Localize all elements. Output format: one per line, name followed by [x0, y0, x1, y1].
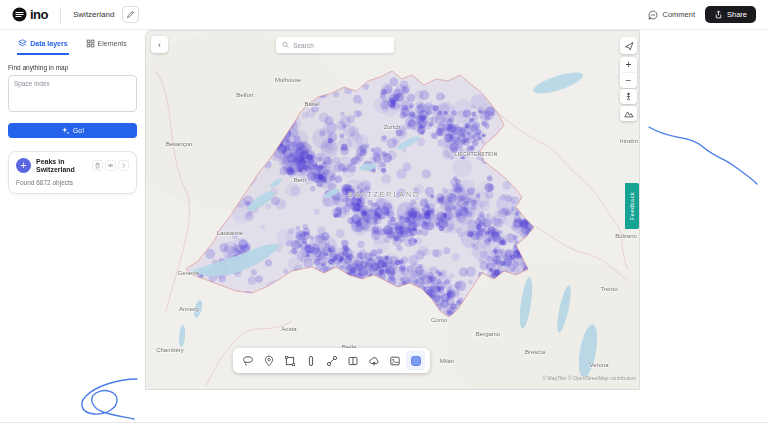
go-button-label: Go!: [73, 127, 84, 134]
share-label: Share: [727, 10, 747, 19]
page: ino Switzerland Comment: [0, 0, 768, 425]
divider: [60, 7, 61, 23]
eye-icon: [107, 162, 114, 169]
prompt-label: Find anything in map: [8, 64, 137, 71]
tab-data-layers[interactable]: Data layers: [17, 36, 68, 55]
route-icon: [326, 355, 338, 367]
layer-actions: [92, 160, 129, 171]
layer-card: + Peaks in Switzerland: [8, 151, 137, 194]
basemap-style-tool[interactable]: [406, 351, 425, 370]
locate-arrow-icon: [624, 41, 634, 51]
sidebar-tabs: Data layers Elements: [8, 30, 137, 55]
workspace-title: Switzerland: [73, 10, 114, 19]
search-icon: [282, 41, 289, 49]
layer-subtitle: Found 6872 objects: [16, 179, 129, 186]
delete-layer-button[interactable]: [92, 160, 103, 171]
terrain-button[interactable]: [620, 106, 637, 121]
basemap-icon: [410, 355, 422, 367]
table-icon: [347, 355, 359, 367]
logo-text: ino: [30, 7, 48, 22]
table-view-tool[interactable]: [343, 351, 362, 370]
capsule-tool[interactable]: [301, 351, 320, 370]
comment-button[interactable]: Comment: [648, 10, 695, 20]
sidebar: Data layers Elements Find anything in ma…: [0, 30, 145, 390]
zoom-in-button[interactable]: +: [620, 57, 637, 72]
layers-icon: [18, 39, 27, 48]
search-input[interactable]: [293, 42, 388, 49]
drop-pin-tool[interactable]: [259, 351, 278, 370]
export-image-tool[interactable]: [385, 351, 404, 370]
sparkle-icon: [61, 126, 70, 135]
tab-data-layers-label: Data layers: [30, 40, 67, 47]
cloud-icon: [368, 355, 380, 367]
visibility-layer-button[interactable]: [105, 160, 116, 171]
trash-icon: [94, 162, 101, 169]
window-bottom-edge: [0, 422, 768, 423]
zoom-out-button[interactable]: −: [620, 73, 637, 88]
go-button[interactable]: Go!: [8, 123, 137, 138]
zoom-controls: + −: [620, 57, 637, 88]
chevron-right-icon: [120, 162, 127, 169]
top-bar: ino Switzerland Comment: [0, 0, 768, 30]
map-canvas[interactable]: MulhouseBelfortBaselZurichLIECHTENSTEINI…: [145, 30, 640, 390]
grid-icon: [86, 39, 95, 48]
share-button[interactable]: Share: [705, 6, 756, 23]
pencil-icon: [126, 10, 135, 19]
rectangle-select-tool[interactable]: [280, 351, 299, 370]
pin-icon: [263, 355, 275, 367]
feedback-tab[interactable]: Feedback: [625, 183, 639, 229]
share-upload-icon: [714, 10, 723, 19]
cloud-upload-tool[interactable]: [364, 351, 383, 370]
pegman-button[interactable]: [620, 89, 637, 104]
comment-label: Comment: [662, 10, 695, 19]
map-render: [146, 31, 640, 390]
layer-badge[interactable]: +: [16, 158, 31, 173]
layer-title: Peaks in Switzerland: [36, 158, 87, 173]
collapse-sidebar-button[interactable]: ‹: [151, 36, 168, 53]
edit-title-button[interactable]: [122, 6, 139, 23]
comment-bubble-icon: [648, 10, 658, 20]
rectangle-icon: [284, 355, 296, 367]
lasso-select-tool[interactable]: [238, 351, 257, 370]
expand-layer-button[interactable]: [118, 160, 129, 171]
prompt-input[interactable]: [8, 75, 137, 112]
locate-button[interactable]: [620, 37, 637, 54]
tab-elements[interactable]: Elements: [85, 36, 128, 55]
route-tool[interactable]: [322, 351, 341, 370]
lasso-icon: [242, 355, 254, 367]
tab-elements-label: Elements: [98, 40, 127, 47]
map-search-box[interactable]: [276, 37, 394, 53]
map-attribution[interactable]: © MapTiler © OpenStreetMap contributors: [542, 375, 636, 381]
app-logo: ino: [12, 7, 48, 22]
map-toolbar: [233, 348, 430, 373]
terrain-icon: [624, 109, 634, 119]
capsule-icon: [305, 355, 317, 367]
pegman-icon: [624, 92, 633, 101]
ink-curve-right: [649, 127, 757, 184]
image-icon: [389, 355, 401, 367]
logo-icon: [12, 7, 27, 22]
